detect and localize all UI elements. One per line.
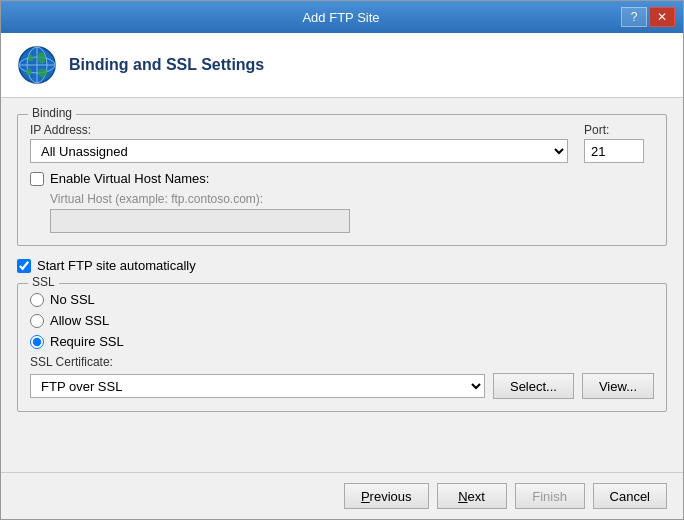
virtual-host-checkbox-row: Enable Virtual Host Names: [30,171,654,186]
content-area: Binding IP Address: All Unassigned Port:… [1,98,683,472]
help-button[interactable]: ? [621,7,647,27]
view-button[interactable]: View... [582,373,654,399]
cancel-button[interactable]: Cancel [593,483,667,509]
title-bar-buttons: ? ✕ [621,7,675,27]
binding-group-label: Binding [28,106,76,120]
no-ssl-radio[interactable] [30,293,44,307]
ssl-group: SSL No SSL Allow SSL Require SSL SSL Cer… [17,283,667,412]
close-button[interactable]: ✕ [649,7,675,27]
next-label-rest: ext [468,489,485,504]
ssl-cert-controls: FTP over SSL Select... View... [30,373,654,399]
window-title: Add FTP Site [61,10,621,25]
ssl-group-label: SSL [28,275,59,289]
next-underline-icon: N [458,489,467,504]
ssl-cert-select[interactable]: FTP over SSL [30,374,485,398]
footer: Previous Next Finish Cancel [1,472,683,519]
virtual-host-label: Enable Virtual Host Names: [50,171,209,186]
allow-ssl-radio[interactable] [30,314,44,328]
previous-button[interactable]: Previous [344,483,429,509]
virtual-host-input-area: Virtual Host (example: ftp.contoso.com): [50,192,654,233]
start-ftp-checkbox[interactable] [17,259,31,273]
no-ssl-row: No SSL [30,292,654,307]
header-section: Binding and SSL Settings [1,33,683,98]
ip-field: IP Address: All Unassigned [30,123,568,163]
start-ftp-label: Start FTP site automatically [37,258,196,273]
ip-port-row: IP Address: All Unassigned Port: [30,123,654,163]
ip-select[interactable]: All Unassigned [30,139,568,163]
next-button[interactable]: Next [437,483,507,509]
require-ssl-label: Require SSL [50,334,124,349]
previous-label-rest: revious [370,489,412,504]
require-ssl-radio[interactable] [30,335,44,349]
main-window: Add FTP Site ? ✕ Binding and SSL Setting… [0,0,684,520]
port-field: Port: [584,123,654,163]
header-title: Binding and SSL Settings [69,56,264,74]
finish-button[interactable]: Finish [515,483,585,509]
allow-ssl-label: Allow SSL [50,313,109,328]
virtual-host-checkbox[interactable] [30,172,44,186]
ssl-certificate-label: SSL Certificate: [30,355,654,369]
virtual-host-input[interactable] [50,209,350,233]
start-ftp-row: Start FTP site automatically [17,258,667,273]
select-button[interactable]: Select... [493,373,574,399]
port-label: Port: [584,123,654,137]
title-bar: Add FTP Site ? ✕ [1,1,683,33]
binding-group: Binding IP Address: All Unassigned Port:… [17,114,667,246]
no-ssl-label: No SSL [50,292,95,307]
require-ssl-row: Require SSL [30,334,654,349]
previous-underline-icon: P [361,489,370,504]
globe-icon [17,45,57,85]
ip-label: IP Address: [30,123,568,137]
virtual-host-placeholder-label: Virtual Host (example: ftp.contoso.com): [50,192,654,206]
ssl-certificate-section: SSL Certificate: FTP over SSL Select... … [30,355,654,399]
port-input[interactable] [584,139,644,163]
allow-ssl-row: Allow SSL [30,313,654,328]
